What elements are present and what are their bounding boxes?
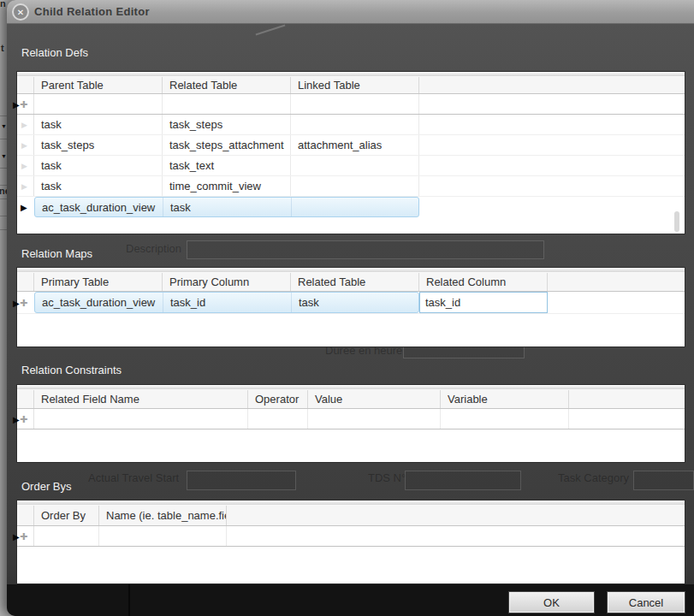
row-selector[interactable]: ▶ bbox=[17, 115, 34, 134]
relation-constraints-grid: Related Field Name Operator Value Variab… bbox=[17, 385, 685, 462]
empty-cell[interactable] bbox=[34, 526, 99, 546]
empty-cell[interactable] bbox=[291, 94, 419, 114]
table-row[interactable]: ▶ task task_steps bbox=[17, 115, 685, 135]
ghost-description-field bbox=[187, 240, 544, 259]
cell-linked-table[interactable]: attachment_alias bbox=[291, 135, 419, 155]
cell-parent-table[interactable]: task bbox=[34, 156, 163, 175]
new-row-plus-icon: ✚ bbox=[20, 297, 27, 308]
cell-related-table[interactable]: task_text bbox=[163, 156, 291, 175]
ok-button[interactable]: OK bbox=[509, 592, 594, 613]
empty-cell[interactable] bbox=[99, 526, 227, 546]
scrollbar-thumb[interactable] bbox=[674, 211, 679, 232]
column-header-linked-table[interactable]: Linked Table bbox=[291, 77, 419, 93]
empty-cell[interactable] bbox=[441, 409, 569, 429]
row-selector-header bbox=[17, 77, 34, 93]
cell-linked-table[interactable] bbox=[292, 198, 418, 216]
column-header-order-by[interactable]: Order By bbox=[34, 506, 99, 525]
relation-defs-header: Parent Table Related Table Linked Table bbox=[17, 77, 685, 94]
row-selector[interactable]: ▶ ✚ bbox=[17, 409, 34, 429]
title-bar[interactable]: ✕ Child Relation Editor bbox=[7, 0, 694, 24]
cell-related-table[interactable]: task_steps bbox=[163, 115, 291, 134]
screen: n t ▼ ▼ ne ✕ Child Relation Editor Descr… bbox=[0, 0, 694, 616]
cancel-button[interactable]: Cancel bbox=[608, 592, 685, 613]
column-header-variable[interactable]: Variable bbox=[441, 390, 569, 408]
row-selector[interactable]: ▶ ✚ bbox=[17, 526, 34, 546]
empty-cell bbox=[548, 292, 685, 313]
row-marker-icon: ▶ bbox=[21, 182, 27, 191]
row-selector[interactable]: ▶ bbox=[17, 197, 34, 217]
row-selector[interactable]: ▶ bbox=[17, 156, 34, 175]
new-row[interactable]: ▶ ✚ bbox=[17, 94, 685, 115]
cell-primary-table[interactable]: ac_task_duration_view bbox=[35, 293, 163, 312]
related-column-editor[interactable] bbox=[419, 292, 548, 313]
empty-cell[interactable] bbox=[248, 409, 308, 429]
new-row[interactable]: ▶ ✚ bbox=[17, 526, 685, 547]
relation-maps-label: Relation Maps bbox=[21, 247, 92, 260]
relation-constraints-header: Related Field Name Operator Value Variab… bbox=[17, 390, 685, 409]
selected-row-highlight[interactable]: ac_task_duration_view task_id task bbox=[34, 292, 419, 313]
cell-linked-table[interactable] bbox=[291, 176, 419, 196]
empty-cell bbox=[419, 94, 685, 114]
dialog-footer: OK Cancel bbox=[7, 584, 694, 616]
relation-defs-label: Relation Defs bbox=[21, 46, 88, 59]
column-header-primary-column[interactable]: Primary Column bbox=[163, 273, 291, 291]
empty-cell bbox=[227, 526, 685, 546]
cell-related-table[interactable]: task bbox=[292, 293, 418, 312]
new-row-plus-icon: ✚ bbox=[20, 413, 27, 424]
column-header-related-column[interactable]: Related Column bbox=[419, 273, 548, 291]
relation-constraints-label: Relation Constraints bbox=[21, 364, 122, 376]
column-header-related-table[interactable]: Related Table bbox=[163, 77, 291, 93]
ghost-task-category-field bbox=[633, 471, 694, 490]
table-row[interactable]: ▶ task time_commit_view bbox=[17, 176, 685, 197]
column-header-primary-table[interactable]: Primary Table bbox=[34, 273, 163, 291]
cell-parent-table[interactable]: task bbox=[34, 115, 163, 134]
empty-cell bbox=[419, 156, 685, 175]
cell-linked-table[interactable] bbox=[291, 115, 419, 134]
column-header-related-table[interactable]: Related Table bbox=[291, 273, 419, 291]
order-bys-grid: Order By Name (ie. table_name.field ▶ ✚ bbox=[17, 500, 685, 583]
table-row[interactable]: ▶ task task_text bbox=[17, 156, 685, 176]
row-selector-header bbox=[17, 390, 34, 408]
cell-linked-table[interactable] bbox=[291, 156, 419, 175]
ghost-actual-travel-start-field bbox=[187, 471, 296, 490]
row-marker-icon: ▶ bbox=[21, 121, 27, 129]
current-row-indicator-icon: ▶ bbox=[13, 414, 20, 424]
empty-cell bbox=[419, 176, 685, 196]
empty-cell[interactable] bbox=[163, 94, 291, 114]
cell-related-table[interactable]: task bbox=[163, 198, 292, 216]
cell-related-table[interactable]: time_commit_view bbox=[163, 176, 291, 196]
empty-cell[interactable] bbox=[34, 94, 163, 114]
column-header-name[interactable]: Name (ie. table_name.field bbox=[99, 506, 227, 525]
table-row-selected[interactable]: ▶ ac_task_duration_view task bbox=[17, 197, 685, 217]
column-header-related-field-name[interactable]: Related Field Name bbox=[34, 390, 248, 408]
ghost-task-category-label: Task Category bbox=[558, 471, 629, 484]
column-header-parent-table[interactable]: Parent Table bbox=[34, 77, 163, 93]
row-selector-header bbox=[17, 273, 34, 291]
column-header-filler bbox=[227, 506, 685, 525]
row-selector[interactable]: ▶ bbox=[17, 135, 34, 155]
row-selector[interactable]: ▶ ✚ bbox=[17, 292, 34, 313]
column-header-value[interactable]: Value bbox=[308, 390, 441, 408]
cell-parent-table[interactable]: task bbox=[34, 176, 163, 196]
background-text-fragment: t bbox=[1, 43, 4, 53]
row-marker-icon: ▶ bbox=[21, 141, 27, 150]
dropdown-arrow-icon: ▼ bbox=[1, 123, 7, 129]
column-header-filler bbox=[569, 390, 685, 408]
new-row[interactable]: ▶ ✚ bbox=[17, 409, 685, 429]
empty-cell[interactable] bbox=[308, 409, 441, 429]
close-icon[interactable]: ✕ bbox=[12, 3, 29, 21]
cell-primary-column[interactable]: task_id bbox=[163, 293, 292, 312]
selected-row-highlight[interactable]: ac_task_duration_view task bbox=[34, 197, 419, 217]
dropdown-arrow-icon: ▼ bbox=[1, 153, 7, 159]
column-header-operator[interactable]: Operator bbox=[248, 390, 308, 408]
relation-defs-grid: Parent Table Related Table Linked Table … bbox=[17, 72, 685, 234]
table-row[interactable]: ▶ task_steps task_steps_attachment attac… bbox=[17, 135, 685, 156]
empty-cell[interactable] bbox=[34, 409, 248, 429]
cell-parent-table[interactable]: task_steps bbox=[34, 135, 163, 155]
cell-parent-table[interactable]: ac_task_duration_view bbox=[35, 198, 163, 216]
cell-related-table[interactable]: task_steps_attachment bbox=[163, 135, 291, 155]
row-selector[interactable]: ▶ bbox=[17, 176, 34, 196]
table-row-editing[interactable]: ▶ ✚ ac_task_duration_view task_id task bbox=[17, 292, 685, 314]
current-row-indicator-icon: ▶ bbox=[13, 531, 20, 541]
row-selector[interactable]: ▶ ✚ bbox=[17, 94, 34, 114]
